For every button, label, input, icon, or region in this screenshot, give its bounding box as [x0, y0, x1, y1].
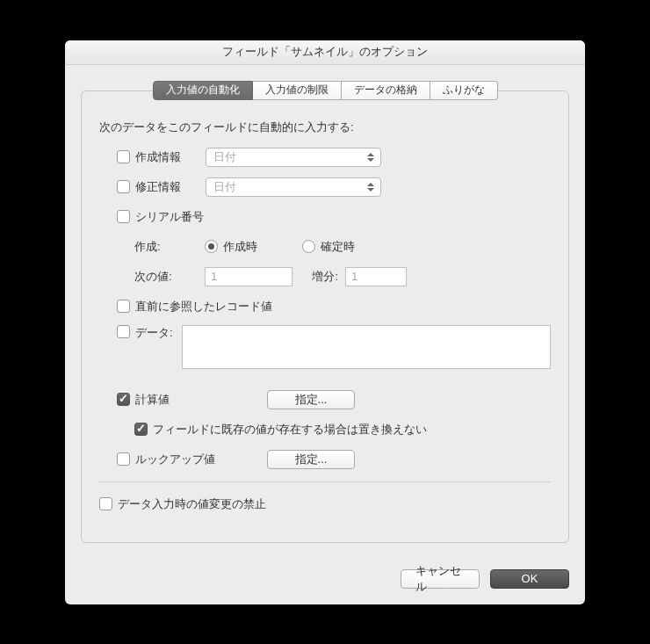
serial-label: シリアル番号 — [135, 209, 204, 225]
serial-increment-label: 増分: — [292, 269, 345, 285]
serial-on-commit-label: 確定時 — [321, 239, 355, 255]
calculated-label: 計算値 — [135, 392, 267, 408]
footer: キャンセル OK — [65, 557, 585, 604]
prohibit-label: データ入力時の値変更の禁止 — [118, 496, 266, 512]
tab-group: 入力値の自動化 入力値の制限 データの格納 ふりがな 次のデータをこのフィールド… — [81, 81, 569, 543]
modification-checkbox[interactable] — [117, 180, 130, 193]
lookup-specify-button[interactable]: 指定... — [267, 450, 355, 469]
serial-on-creation-radio[interactable] — [205, 240, 218, 253]
calculated-row: 計算値 指定... — [117, 388, 551, 411]
do-not-replace-checkbox[interactable] — [134, 423, 148, 436]
do-not-replace-row: フィールドに既存の値が存在する場合は置き換えない — [134, 418, 551, 441]
auto-enter-description: 次のデータをこのフィールドに自動的に入力する: — [99, 119, 551, 135]
calculated-checkbox[interactable] — [117, 393, 130, 406]
data-label: データ: — [135, 325, 173, 341]
tab-auto-enter[interactable]: 入力値の自動化 — [153, 81, 253, 100]
data-checkbox[interactable] — [117, 325, 130, 338]
serial-values-row: 次の値: 1 増分: 1 — [134, 265, 551, 288]
last-visited-label: 直前に参照したレコード値 — [135, 299, 272, 315]
serial-next-label: 次の値: — [134, 269, 205, 285]
serial-on-commit-radio[interactable] — [302, 240, 315, 253]
separator — [99, 481, 551, 482]
do-not-replace-label: フィールドに既存の値が存在する場合は置き換えない — [153, 422, 427, 438]
creation-row: 作成情報 日付 — [117, 146, 551, 169]
lookup-label: ルックアップ値 — [135, 452, 267, 467]
cancel-button[interactable]: キャンセル — [401, 569, 480, 589]
prohibit-checkbox[interactable] — [99, 497, 112, 510]
serial-next-value: 1 — [211, 270, 217, 283]
tab-storage[interactable]: データの格納 — [342, 81, 430, 100]
prohibit-row: データ入力時の値変更の禁止 — [99, 493, 551, 516]
serial-increment-input[interactable]: 1 — [345, 267, 407, 286]
serial-generate-row: 作成: 作成時 確定時 — [134, 235, 551, 258]
data-row: データ: — [117, 325, 551, 369]
ok-button[interactable]: OK — [490, 569, 569, 589]
calculated-specify-button[interactable]: 指定... — [267, 390, 355, 409]
serial-checkbox[interactable] — [117, 210, 130, 223]
tab-furigana[interactable]: ふりがな — [430, 81, 498, 100]
creation-checkbox[interactable] — [117, 150, 130, 163]
lookup-row: ルックアップ値 指定... — [117, 448, 551, 471]
serial-on-creation-label: 作成時 — [223, 239, 302, 255]
serial-generate-label: 作成: — [134, 239, 205, 255]
tab-validation[interactable]: 入力値の制限 — [253, 81, 342, 100]
modification-select[interactable]: 日付 — [206, 177, 381, 197]
last-visited-checkbox[interactable] — [117, 300, 130, 313]
modification-select-value: 日付 — [213, 179, 236, 195]
lookup-checkbox[interactable] — [117, 452, 130, 466]
chevron-up-down-icon — [363, 179, 379, 195]
last-visited-row: 直前に参照したレコード値 — [117, 295, 551, 318]
tab-panel: 次のデータをこのフィールドに自動的に入力する: 作成情報 日付 修正情報 日付 — [81, 90, 569, 543]
serial-row: シリアル番号 — [117, 206, 551, 228]
titlebar: フィールド「サムネイル」のオプション — [65, 40, 585, 65]
serial-next-input[interactable]: 1 — [205, 267, 292, 286]
modification-row: 修正情報 日付 — [117, 176, 551, 199]
modification-label: 修正情報 — [135, 179, 206, 195]
data-textarea[interactable] — [182, 325, 551, 369]
creation-select-value: 日付 — [213, 149, 236, 165]
content: 入力値の自動化 入力値の制限 データの格納 ふりがな 次のデータをこのフィールド… — [65, 65, 585, 557]
tabs: 入力値の自動化 入力値の制限 データの格納 ふりがな — [81, 81, 569, 100]
options-dialog: フィールド「サムネイル」のオプション 入力値の自動化 入力値の制限 データの格納… — [65, 40, 585, 604]
chevron-up-down-icon — [363, 149, 379, 165]
window-title: フィールド「サムネイル」のオプション — [222, 44, 428, 60]
creation-select[interactable]: 日付 — [206, 148, 381, 167]
creation-label: 作成情報 — [135, 149, 206, 165]
serial-increment-value: 1 — [351, 270, 358, 283]
